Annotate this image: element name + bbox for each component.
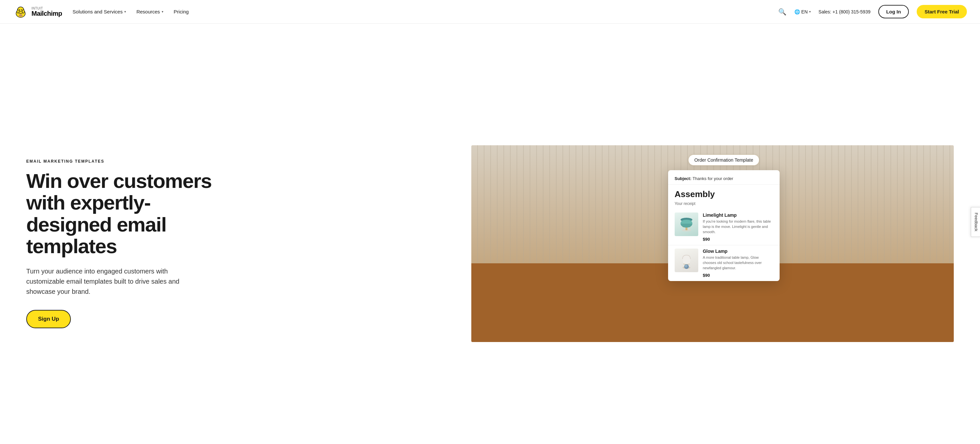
product-thumb-2 xyxy=(675,248,698,272)
svg-point-3 xyxy=(22,10,25,13)
nav-left: INTUIT Mailchimp Solutions and Services … xyxy=(13,4,189,19)
signup-button[interactable]: Sign Up xyxy=(26,310,71,328)
logo-mailchimp-label: Mailchimp xyxy=(32,10,62,17)
start-trial-button[interactable]: Start Free Trial xyxy=(917,5,967,18)
search-button[interactable]: 🔍 xyxy=(778,8,786,16)
product-price-2: $90 xyxy=(703,273,773,278)
lamp-teal-illustration xyxy=(675,213,698,236)
email-preview-container: Order Confirmation Template Subject: Tha… xyxy=(668,154,780,281)
email-brand-name: Assembly xyxy=(668,185,780,201)
solutions-chevron-icon: ▾ xyxy=(124,10,126,13)
product-name-1: Limelight Lamp xyxy=(703,213,773,218)
product-name-2: Glow Lamp xyxy=(703,248,773,254)
svg-point-4 xyxy=(19,9,20,10)
feedback-tab[interactable]: Feedback xyxy=(971,207,980,237)
sales-number: Sales: +1 (800) 315-5939 xyxy=(819,9,870,14)
svg-point-2 xyxy=(17,10,19,13)
subject-text: Thanks for your order xyxy=(692,176,733,181)
hero-copy: EMAIL MARKETING TEMPLATES Win over custo… xyxy=(26,159,223,328)
product-info-2: Glow Lamp A more traditional table lamp,… xyxy=(703,248,773,278)
svg-point-5 xyxy=(21,9,22,10)
product-thumb-1 xyxy=(675,213,698,236)
pricing-nav-link[interactable]: Pricing xyxy=(174,9,189,14)
lamp-white-illustration xyxy=(675,249,698,272)
nav-right: 🔍 🌐 EN ▾ Sales: +1 (800) 315-5939 Log In… xyxy=(778,5,967,18)
product-info-1: Limelight Lamp If you're looking for mod… xyxy=(703,213,773,242)
logo-link[interactable]: INTUIT Mailchimp xyxy=(13,4,62,19)
resources-chevron-icon: ▾ xyxy=(162,10,163,13)
logo-text: INTUIT Mailchimp xyxy=(32,7,62,17)
email-card: Subject: Thanks for your order Assembly … xyxy=(668,170,780,281)
hero-eyebrow: EMAIL MARKETING TEMPLATES xyxy=(26,159,223,164)
order-confirmation-badge: Order Confirmation Template xyxy=(688,154,759,166)
email-subject-line: Subject: Thanks for your order xyxy=(668,170,780,185)
logo-intuit-label: INTUIT xyxy=(32,7,62,10)
email-receipt-label: Your receipt xyxy=(668,201,780,209)
product-desc-1: If you're looking for modern flare, this… xyxy=(703,219,773,235)
svg-point-16 xyxy=(684,264,689,269)
hero-heading: Win over customers with expertly-designe… xyxy=(26,170,223,257)
solutions-nav-link[interactable]: Solutions and Services ▾ xyxy=(73,9,126,14)
hero-image-area: Order Confirmation Template Subject: Tha… xyxy=(471,145,954,342)
product-item-2: Glow Lamp A more traditional table lamp,… xyxy=(668,245,780,281)
globe-icon: 🌐 xyxy=(794,9,800,14)
product-price-1: $90 xyxy=(703,237,773,242)
mailchimp-logo-icon xyxy=(13,4,28,19)
hero-background: Order Confirmation Template Subject: Tha… xyxy=(471,145,954,342)
lang-chevron-icon: ▾ xyxy=(809,10,811,13)
resources-nav-link[interactable]: Resources ▾ xyxy=(137,9,163,14)
hero-section: EMAIL MARKETING TEMPLATES Win over custo… xyxy=(0,24,980,444)
navigation: INTUIT Mailchimp Solutions and Services … xyxy=(0,0,980,24)
svg-point-6 xyxy=(19,14,22,17)
search-icon: 🔍 xyxy=(778,8,786,16)
subject-prefix: Subject: xyxy=(675,176,691,181)
product-desc-2: A more traditional table lamp, Glow choo… xyxy=(703,255,773,271)
login-button[interactable]: Log In xyxy=(878,5,909,18)
hero-subheading: Turn your audience into engaged customer… xyxy=(26,266,197,297)
language-selector[interactable]: 🌐 EN ▾ xyxy=(794,9,810,14)
product-item-1: Limelight Lamp If you're looking for mod… xyxy=(668,209,780,245)
